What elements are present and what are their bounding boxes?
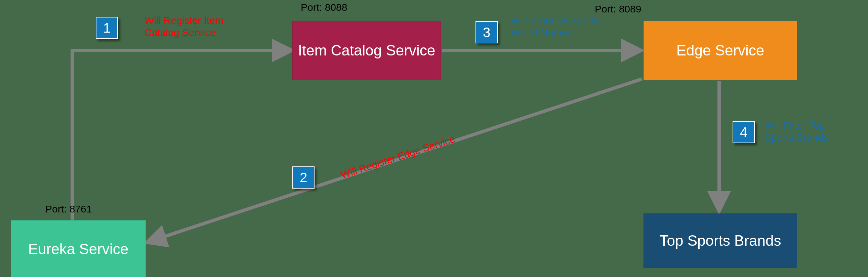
annotation-step-3: Will Produce Sports Brand Names: [511, 14, 625, 39]
port-label-eureka: Port: 8761: [45, 204, 92, 215]
service-topsports: Top Sports Brands: [644, 213, 797, 268]
service-itemcatalog-label: Item Catalog Service: [298, 42, 435, 60]
service-itemcatalog: Item Catalog Service: [292, 21, 441, 80]
step-badge-1: 1: [96, 17, 118, 39]
annotation-step-2: Will Register Edge Service: [339, 133, 457, 181]
step-badge-3: 3: [475, 21, 498, 43]
step-badge-1-num: 1: [103, 21, 111, 36]
port-label-edge: Port: 8089: [595, 3, 641, 15]
arrow-eureka-to-itemcatalog: [72, 51, 291, 222]
step-badge-3-num: 3: [483, 25, 490, 40]
step-badge-2-num: 2: [300, 170, 307, 185]
step-badge-4-num: 4: [740, 125, 747, 140]
service-edge: Edge Service: [644, 21, 797, 80]
port-label-itemcatalog: Port: 8088: [301, 2, 347, 13]
service-topsports-label: Top Sports Brands: [660, 232, 781, 250]
step-badge-2: 2: [292, 166, 314, 189]
annotation-step-1: Will Register Item Catalog Service: [145, 14, 255, 39]
service-edge-label: Edge Service: [677, 42, 765, 60]
step-badge-4: 4: [733, 121, 755, 143]
service-eureka-label: Eureka Service: [28, 240, 128, 258]
service-eureka: Eureka Service: [11, 220, 146, 277]
annotation-step-4: Will Filter Top Sports Brands: [765, 119, 852, 144]
